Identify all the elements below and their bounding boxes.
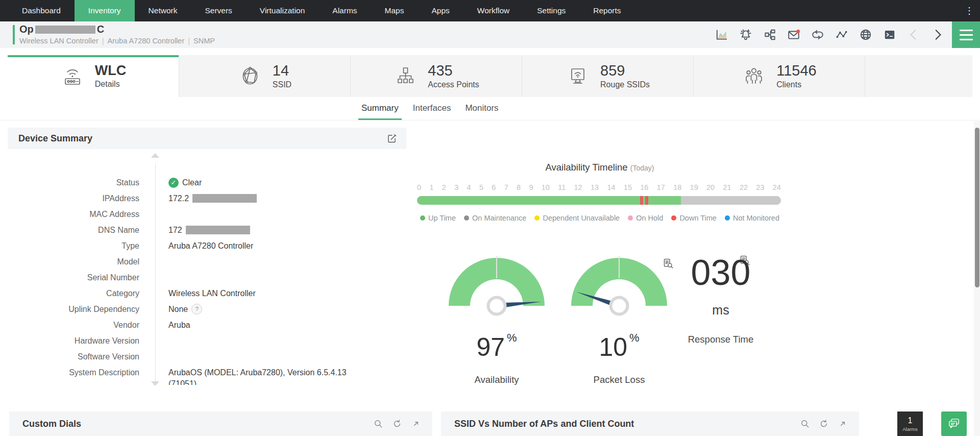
pulse-icon[interactable] (835, 28, 848, 41)
workflow-icon[interactable] (763, 28, 776, 41)
alarm-bell-icon[interactable] (739, 28, 752, 41)
summary-card-access-points[interactable]: 435Access Points (351, 55, 522, 97)
card-label: Access Points (428, 80, 479, 89)
field-value-text: None (168, 301, 188, 317)
refresh-icon[interactable] (392, 419, 402, 429)
scroll-up-icon[interactable] (151, 153, 159, 158)
axis-tick: 15 (624, 183, 632, 191)
card-value: WLC (95, 63, 126, 78)
legend-label: Down Time (679, 214, 717, 222)
expand-icon[interactable] (411, 419, 421, 429)
expand-icon[interactable] (838, 419, 848, 429)
hamburger-menu-button[interactable] (952, 21, 980, 48)
nav-item-alarms[interactable]: Alarms (318, 0, 371, 21)
card-value: 11546 (776, 63, 817, 78)
sync-icon[interactable] (811, 28, 824, 41)
chevron-left-icon[interactable] (907, 28, 920, 41)
field-value (168, 206, 362, 222)
separator: | (184, 37, 193, 45)
axis-tick: 13 (591, 183, 599, 191)
device-summary-header: Device Summary (8, 128, 406, 149)
report-icon[interactable] (663, 258, 673, 269)
legend-label: On Maintenance (472, 214, 526, 222)
search-icon[interactable] (373, 419, 383, 429)
legend-dot (671, 215, 676, 221)
axis-tick: 18 (673, 183, 681, 191)
field-value-text: Clear (182, 175, 202, 190)
nav-item-network[interactable]: Network (135, 0, 191, 21)
axis-tick: 24 (773, 183, 781, 191)
legend-dot (420, 215, 425, 221)
card-label: Details (95, 80, 126, 89)
ssid-icon (238, 64, 262, 88)
scrollbar-thumb[interactable] (975, 128, 979, 287)
divider (155, 163, 156, 385)
nav-item-virtualization[interactable]: Virtualization (246, 0, 318, 21)
refresh-icon[interactable] (819, 419, 829, 429)
card-text: 11546Clients (776, 63, 817, 89)
axis-tick: 6 (492, 183, 496, 191)
card-value: 14 (273, 63, 291, 78)
device-header: Op C Wireless LAN Controller|Aruba A7280… (0, 21, 980, 48)
nav-item-workflow[interactable]: Workflow (463, 0, 523, 21)
field-label: MAC Address (8, 206, 139, 222)
alarm-label: Alarms (902, 426, 918, 432)
field-value-text: 172 (168, 222, 182, 238)
search-icon[interactable] (800, 419, 810, 429)
scroll-down-icon[interactable] (151, 381, 159, 386)
alarms-badge[interactable]: 1 Alarms (897, 411, 923, 436)
nav-item-settings[interactable]: Settings (523, 0, 579, 21)
axis-tick: 21 (723, 183, 731, 191)
device-title: Op C (19, 23, 104, 35)
axis-tick: 14 (607, 183, 615, 191)
tab-monitors[interactable]: Monitors (458, 97, 505, 119)
nav-item-dashboard[interactable]: Dashboard (8, 0, 75, 21)
detail-tabs: SummaryInterfacesMonitors (0, 97, 980, 120)
globe-icon[interactable] (859, 28, 872, 41)
nav-item-inventory[interactable]: Inventory (75, 0, 135, 21)
ssid-vs-aps-panel: SSID Vs Number of APs and Client Count (441, 411, 859, 436)
scrollbar-track[interactable] (974, 121, 980, 436)
field-value: 172 (168, 222, 362, 238)
timeline-period: (Today) (630, 164, 654, 172)
field-label: Category (8, 285, 139, 301)
gauge-label: Availability (440, 374, 553, 385)
wlc-icon (60, 64, 85, 88)
legend-item: On Hold (628, 214, 663, 222)
nav-item-servers[interactable]: Servers (191, 0, 246, 21)
chevron-right-icon[interactable] (931, 28, 944, 41)
edit-icon[interactable] (386, 133, 397, 144)
summary-card-ssid[interactable]: 14SSID (179, 55, 351, 97)
axis-tick: 23 (756, 183, 764, 191)
kebab-menu-icon[interactable]: ⋮ (965, 0, 974, 21)
device-subtitle-part: Wireless LAN Controller (19, 37, 99, 45)
axis-tick: 17 (657, 183, 665, 191)
summary-card-clients[interactable]: 11546Clients (694, 55, 865, 97)
nav-item-reports[interactable]: Reports (579, 0, 634, 21)
field-row-hardware-version: Hardware Version (8, 333, 406, 349)
terminal-icon[interactable] (883, 28, 896, 41)
legend-dot (725, 215, 730, 221)
tab-summary[interactable]: Summary (354, 97, 406, 119)
mail-icon[interactable] (787, 28, 800, 41)
panel-toolbar (800, 419, 848, 429)
nav-item-maps[interactable]: Maps (371, 0, 418, 21)
help-icon[interactable]: ? (191, 304, 202, 314)
legend-dot (464, 215, 469, 221)
rogue-ssid-icon (566, 64, 590, 88)
performance-chart-icon[interactable] (715, 28, 728, 41)
redacted-device-name (35, 26, 95, 34)
device-subtitle-part: SNMP (193, 37, 215, 45)
top-nav-items: DashboardInventoryNetworkServersVirtuali… (8, 0, 635, 21)
field-row-mac-address: MAC Address (8, 206, 406, 222)
tab-interfaces[interactable]: Interfaces (406, 97, 458, 119)
device-summary-body: Status✓ClearIPAddress172.2MAC AddressDNS… (8, 149, 406, 385)
summary-card-details[interactable]: WLCDetails (8, 55, 179, 97)
field-label: Model (8, 254, 139, 270)
timeline-segment-up (648, 196, 681, 205)
response-time-widget: 030 ms Response Time (675, 255, 767, 345)
status-accent-bar (13, 25, 15, 44)
chat-button[interactable] (941, 411, 967, 436)
summary-card-rouge-ssids[interactable]: 859Rouge SSIDs (522, 55, 694, 97)
nav-item-apps[interactable]: Apps (418, 0, 463, 21)
